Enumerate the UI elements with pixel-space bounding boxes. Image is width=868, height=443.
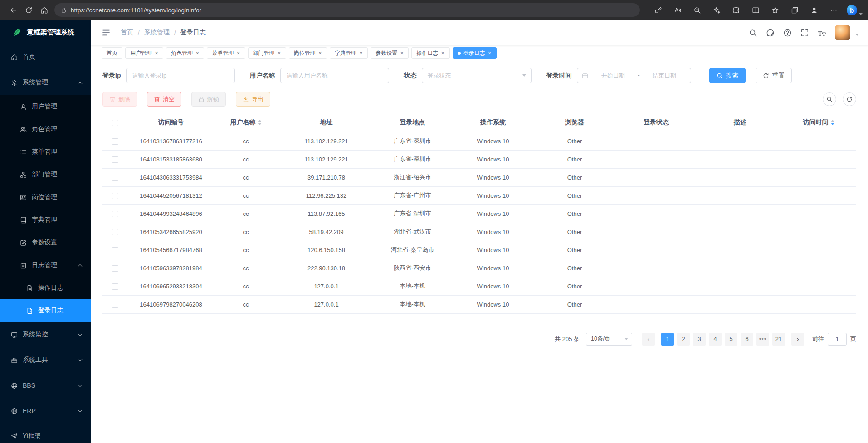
- browser-essentials-icon[interactable]: [709, 2, 724, 18]
- select-all-checkbox[interactable]: [112, 120, 118, 126]
- tab[interactable]: 登录日志: [453, 47, 497, 59]
- tab[interactable]: 首页: [102, 47, 122, 59]
- password-key-icon[interactable]: [650, 2, 666, 18]
- address-bar[interactable]: https://ccnetcore.com:1101/system/log/lo…: [54, 3, 640, 17]
- sidebar-item[interactable]: 登录日志: [0, 299, 91, 322]
- github-icon[interactable]: [766, 29, 775, 37]
- table-row[interactable]: 1641043063331753984 cc 39.171.210.78 浙江省…: [102, 168, 856, 186]
- column-header[interactable]: 访问编号: [128, 113, 214, 132]
- sidebar-item[interactable]: ERP: [0, 398, 91, 424]
- status-select[interactable]: 登录状态: [422, 68, 532, 83]
- page-button[interactable]: 21: [772, 333, 785, 346]
- sidebar-item[interactable]: 部门管理: [0, 163, 91, 186]
- sort-icon[interactable]: [258, 120, 262, 125]
- sidebar-item[interactable]: 字典管理: [0, 209, 91, 231]
- table-row[interactable]: 1641053426655825920 cc 58.19.42.209 湖北省-…: [102, 223, 856, 241]
- sidebar-item[interactable]: 角色管理: [0, 118, 91, 141]
- page-button[interactable]: 2: [677, 333, 690, 346]
- tab[interactable]: 角色管理: [166, 47, 204, 59]
- column-header[interactable]: 登录地点: [375, 113, 450, 132]
- help-icon[interactable]: [783, 29, 792, 37]
- close-icon[interactable]: [318, 50, 322, 56]
- sidebar-item[interactable]: 首页: [0, 44, 91, 70]
- table-row[interactable]: 1641044520567181312 cc 112.96.225.132 广东…: [102, 186, 856, 204]
- tab[interactable]: 岗位管理: [289, 47, 327, 59]
- search-button[interactable]: 搜索: [709, 68, 746, 83]
- sidebar-item[interactable]: 菜单管理: [0, 141, 91, 163]
- goto-page-input[interactable]: [828, 333, 847, 346]
- sidebar-item[interactable]: 系统管理: [0, 70, 91, 95]
- sidebar-item[interactable]: 参数设置: [0, 231, 91, 254]
- collapse-sidebar-button[interactable]: [102, 28, 111, 37]
- column-header[interactable]: 描述: [699, 113, 781, 132]
- font-size-icon[interactable]: [818, 29, 826, 37]
- table-row[interactable]: 1641059633978281984 cc 222.90.130.18 陕西省…: [102, 259, 856, 277]
- column-header[interactable]: 地址: [278, 113, 375, 132]
- next-page-button[interactable]: [791, 333, 804, 346]
- breadcrumb-item[interactable]: 系统管理: [144, 29, 170, 37]
- sidebar-item[interactable]: Yi框架: [0, 424, 91, 443]
- row-checkbox[interactable]: [112, 302, 118, 308]
- delete-button[interactable]: 删除: [102, 92, 137, 107]
- sidebar-item[interactable]: 岗位管理: [0, 186, 91, 209]
- sort-icon[interactable]: [831, 120, 834, 125]
- read-aloud-icon[interactable]: [670, 2, 685, 18]
- export-button[interactable]: 导出: [236, 92, 270, 107]
- row-checkbox[interactable]: [112, 211, 118, 217]
- reset-button[interactable]: 重置: [756, 68, 792, 83]
- row-checkbox[interactable]: [112, 247, 118, 253]
- row-checkbox[interactable]: [112, 265, 118, 272]
- breadcrumb-item[interactable]: 首页: [121, 29, 133, 37]
- browser-profile-icon[interactable]: [806, 2, 822, 18]
- page-button[interactable]: 5: [725, 333, 737, 346]
- browser-home-button[interactable]: [36, 2, 52, 18]
- page-button[interactable]: 4: [709, 333, 722, 346]
- split-screen-icon[interactable]: [748, 2, 763, 18]
- sidebar-item[interactable]: 系统监控: [0, 322, 91, 347]
- clear-button[interactable]: 清空: [147, 92, 181, 107]
- column-header[interactable]: 用户名称: [214, 113, 278, 132]
- extensions-icon[interactable]: [728, 2, 744, 18]
- sidebar-item[interactable]: 日志管理: [0, 254, 91, 277]
- favorites-icon[interactable]: [767, 2, 783, 18]
- date-range-picker[interactable]: 开始日期 - 结束日期: [577, 68, 691, 83]
- sidebar-item[interactable]: 用户管理: [0, 95, 91, 118]
- toggle-search-button[interactable]: [823, 92, 836, 106]
- fullscreen-icon[interactable]: [800, 29, 809, 37]
- username-input[interactable]: [280, 68, 389, 83]
- browser-back-button[interactable]: [5, 2, 21, 18]
- table-row[interactable]: 1641031367863177216 cc 113.102.129.221 广…: [102, 132, 856, 150]
- row-checkbox[interactable]: [112, 138, 118, 145]
- sidebar-item[interactable]: 操作日志: [0, 277, 91, 299]
- prev-page-button[interactable]: [642, 333, 655, 346]
- collections-icon[interactable]: [787, 2, 802, 18]
- close-icon[interactable]: [236, 50, 240, 56]
- breadcrumb-item[interactable]: 登录日志: [180, 29, 206, 37]
- column-header[interactable]: 操作系统: [450, 113, 536, 132]
- bing-icon[interactable]: b: [847, 5, 857, 15]
- table-row[interactable]: 1641044993248464896 cc 113.87.92.165 广东省…: [102, 204, 856, 223]
- tab[interactable]: 操作日志: [411, 47, 449, 59]
- row-checkbox[interactable]: [112, 156, 118, 163]
- browser-settings-icon[interactable]: [826, 2, 841, 18]
- row-checkbox[interactable]: [112, 229, 118, 235]
- user-avatar[interactable]: [835, 25, 850, 40]
- tab[interactable]: 参数设置: [371, 47, 409, 59]
- close-icon[interactable]: [400, 50, 404, 56]
- table-row[interactable]: 1641054566717984768 cc 120.6.150.158 河北省…: [102, 241, 856, 259]
- sidebar-item[interactable]: 系统工具: [0, 347, 91, 373]
- close-icon[interactable]: [441, 50, 444, 56]
- app-logo[interactable]: 意框架管理系统: [0, 20, 91, 44]
- tab[interactable]: 部门管理: [248, 47, 286, 59]
- tab[interactable]: 用户管理: [125, 47, 163, 59]
- row-checkbox[interactable]: [112, 175, 118, 181]
- close-icon[interactable]: [155, 50, 158, 56]
- row-checkbox[interactable]: [112, 283, 118, 290]
- browser-refresh-button[interactable]: [21, 2, 36, 18]
- table-row[interactable]: 1641069798270046208 cc 127.0.0.1 本地-本机 W…: [102, 295, 856, 313]
- tab[interactable]: 菜单管理: [207, 47, 245, 59]
- login-ip-input[interactable]: [126, 68, 235, 83]
- close-icon[interactable]: [488, 50, 492, 56]
- unlock-button[interactable]: 解锁: [191, 92, 226, 107]
- column-header[interactable]: 登录状态: [613, 113, 699, 132]
